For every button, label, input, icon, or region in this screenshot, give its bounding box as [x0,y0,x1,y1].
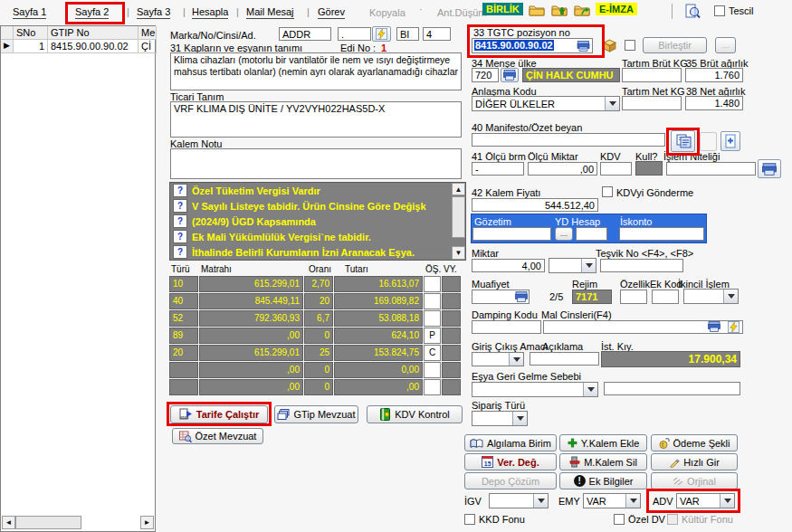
ikincil-islem-select[interactable] [683,289,739,304]
dropdown-arrow-icon[interactable] [512,412,527,425]
preview-button[interactable] [683,2,702,20]
manifesto-blank-button[interactable] [700,132,717,151]
tartim-net-input[interactable] [622,96,682,110]
ozet-mevzuat-button[interactable]: Özet Mevzuat [172,428,263,444]
tax-cell-turu[interactable]: 40 [169,293,198,309]
tax-cell-vy[interactable] [442,345,461,361]
tax-cell-turu[interactable] [169,362,198,378]
tax-cell-matrah[interactable]: ,00 [199,362,303,378]
igv-select[interactable] [489,493,549,508]
esya-geri-gelme-select[interactable] [472,382,598,397]
warning-item[interactable]: ?Özel Tüketim Vergisi Vardır [170,183,465,198]
olcu-brm-input[interactable]: - [472,162,524,176]
birlestir-button[interactable]: Birleştir [643,37,707,53]
kalem-notu-textarea[interactable] [170,148,462,179]
tax-cell-os[interactable] [424,276,441,292]
net-agirlik-input[interactable]: 1.480 [685,96,743,110]
tax-cell-os[interactable] [424,293,441,309]
tescil-checkbox[interactable] [714,5,725,16]
warnlist-scroll-up[interactable]: ▲ [452,183,465,195]
question-icon[interactable]: ? [173,199,187,213]
damping-kodu-input[interactable] [472,320,541,334]
marka-count-input[interactable]: 4 [423,27,451,41]
tax-cell-oran[interactable]: 2,70 [304,276,333,292]
yeni-kalem-ekle-button[interactable]: Y.Kalem Ekle [559,434,647,451]
tax-cell-vy[interactable] [442,328,461,344]
emy-select[interactable]: VAR [583,493,641,508]
tax-cell-turu[interactable] [169,379,198,395]
warning-list[interactable]: ?Özel Tüketim Vergisi Vardır ?V Sayılı L… [169,182,466,261]
tax-cell-tutar[interactable]: 16.613,07 [334,276,423,292]
tab-sayfa-1[interactable]: Sayfa 1 [13,6,46,19]
items-grid[interactable]: SNo GTIP No Me ▶ 1 8415.90.00.90.02 Çİ ◄… [0,25,156,532]
tab-kopyala[interactable]: Kopyala [369,7,406,18]
tax-cell-oran[interactable]: 0 [304,379,333,395]
tartim-brut-input[interactable] [622,68,682,82]
tarife-cube-button[interactable] [600,37,619,54]
cell-gtip[interactable]: 8415.90.00.90.02 [48,40,138,53]
tax-cell-matrah[interactable]: ,00 [199,379,303,395]
question-icon[interactable]: ? [173,245,187,259]
question-icon[interactable]: ? [173,184,187,197]
ozellik-input[interactable] [620,290,647,304]
tax-cell-oran[interactable]: 0 [304,328,333,344]
dropdown-arrow-icon[interactable] [625,494,640,508]
tax-cell-tutar[interactable]: 53.088,18 [334,310,423,327]
yd-hesap-dots-button[interactable]: .... [555,227,573,241]
folder-upload-button[interactable] [549,2,568,18]
islem-lookup-button[interactable] [758,159,781,178]
birlestir-dots-button[interactable]: .... [715,37,736,53]
muafiyet-input[interactable] [472,290,530,304]
kalem-fiyati-input[interactable]: 544.512,40 [472,198,598,212]
lightning-edit-icon[interactable] [728,321,740,333]
gozetim-input[interactable] [472,227,551,241]
marka-edit-button[interactable] [372,26,391,42]
ticari-tanim-textarea[interactable]: VRF KLIMA DIŞ ÜNİTE / YV2VYH022HAS5D-X [170,101,462,138]
question-icon[interactable]: ? [173,230,187,243]
tax-cell-oran[interactable]: 20 [304,293,333,309]
kkd-fonu-checkbox[interactable] [464,514,475,525]
manifesto-input[interactable] [472,133,665,147]
tax-cell-matrah[interactable]: 792.360,93 [199,310,303,327]
tax-cell-tutar[interactable]: ,00 [334,379,423,395]
warnlist-scroll-down[interactable]: ▼ [452,246,465,260]
kdv-kontrol-button[interactable]: KDV Kontrol [367,405,463,423]
hscroll-left-arrow[interactable]: ◄ [2,516,15,529]
warning-item[interactable]: ?İthalinde Belirli Kurumların İzni Arana… [170,244,465,260]
open-folder-button[interactable] [527,2,546,18]
tab-mail-mesaj[interactable]: Mail Mesaj [246,6,294,19]
eimza-badge[interactable]: E-İMZA [596,3,637,15]
anlasma-kodu-select[interactable]: DİĞER ÜLKELER [472,96,620,111]
vergi-degisiklik-button[interactable]: 15 Ver. Değ. [464,453,557,470]
lookup-icon[interactable] [708,321,720,332]
adv-select[interactable]: VAR [676,493,735,508]
kdvyi-gonderme-checkbox[interactable] [602,186,613,197]
tax-cell-oran[interactable]: 0 [304,362,333,378]
add-item-page-button[interactable] [720,131,740,151]
tax-cell-turu[interactable]: 89 [169,328,198,344]
grid-header-sno[interactable]: SNo [14,26,48,40]
tax-cell-vy[interactable] [442,293,461,309]
tax-cell-tutar[interactable]: 169.089,82 [334,293,423,309]
yd-hesap-input[interactable] [576,227,607,241]
islem-niteligi-input[interactable] [666,162,756,176]
tax-cell-turu[interactable]: 10 [169,276,198,292]
tax-cell-tutar[interactable]: 0,00 [334,362,423,378]
tesvik-input[interactable] [600,259,683,272]
esya-geri-gelme-input[interactable] [604,382,740,395]
cell-sno[interactable]: 1 [14,40,48,53]
miktar-input[interactable]: 4,00 [472,259,545,272]
grid-header-mense[interactable]: Me [138,26,157,40]
aciklama-input[interactable] [530,352,599,366]
siparis-turu-select[interactable] [472,411,528,426]
tab-hesapla[interactable]: Hesapla [192,6,228,19]
tax-cell-os[interactable] [424,362,441,378]
dropdown-arrow-icon[interactable] [583,383,597,396]
miktar-birim-select[interactable] [549,258,596,273]
gtip-mevzuat-button[interactable]: GTip Mevzuat [274,405,358,423]
mal-cinsleri-input[interactable] [543,320,743,334]
algilama-birim-button[interactable]: Algılama Birim [464,434,557,451]
tax-cell-os[interactable]: P [424,328,441,344]
question-icon[interactable]: ? [173,214,187,228]
tax-cell-oran[interactable]: 25 [304,345,333,361]
